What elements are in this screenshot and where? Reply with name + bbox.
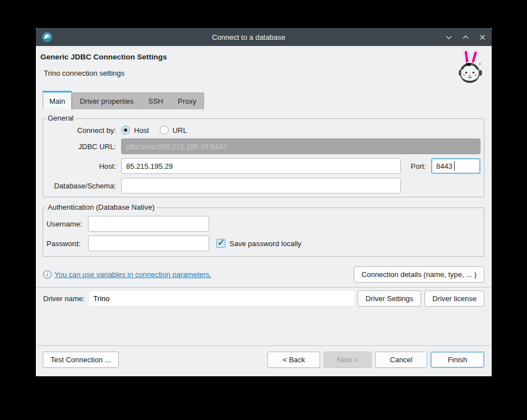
wizard-header: Generic JDBC Connection Settings Trino c…	[36, 46, 492, 91]
host-field[interactable]	[121, 158, 401, 174]
checkmark-icon: ✓	[218, 237, 225, 248]
driver-name-field	[89, 291, 354, 306]
general-group: General Connect by: Host URL JDBC URL: H…	[43, 118, 484, 197]
password-field[interactable]	[88, 236, 209, 251]
authentication-group-legend: Authentication (Database Native)	[45, 203, 157, 211]
password-row: Password: ✓ Save password locally	[47, 236, 480, 251]
radio-url[interactable]	[160, 126, 169, 135]
connect-by-radios: Host URL	[121, 126, 480, 135]
jdbc-url-field	[121, 139, 480, 154]
connect-database-dialog: Connect to a database Generic JDBC Conne…	[36, 28, 492, 376]
connect-by-row: Connect by: Host URL	[47, 126, 480, 135]
host-label: Host:	[47, 162, 116, 170]
driver-name-label: Driver name:	[43, 294, 85, 303]
finish-button[interactable]: Finish	[431, 352, 484, 368]
trino-bunny-logo-icon	[454, 48, 487, 87]
jdbc-url-row: JDBC URL:	[47, 139, 480, 154]
save-password-checkbox[interactable]: ✓	[216, 239, 225, 248]
driver-settings-button[interactable]: Driver Settings	[358, 290, 421, 307]
port-label: Port:	[406, 162, 426, 170]
connection-details-button[interactable]: Connection details (name, type, ... )	[354, 266, 484, 283]
port-field[interactable]	[431, 158, 480, 174]
next-button: Next >	[323, 352, 372, 368]
tab-driver-properties[interactable]: Driver properties	[72, 93, 141, 109]
port-field-wrap	[431, 158, 480, 174]
info-icon: i	[43, 270, 52, 279]
window-controls	[445, 33, 486, 41]
wizard-buttons: < Back Next > Cancel Finish	[267, 352, 484, 368]
hint-row: i You can use variables in connection pa…	[43, 266, 484, 283]
titlebar: Connect to a database	[36, 28, 492, 46]
minimize-icon[interactable]	[445, 33, 452, 41]
tab-group: Driver properties SSH Proxy	[72, 93, 204, 109]
maximize-icon[interactable]	[461, 33, 469, 41]
radio-url-label: URL	[173, 126, 187, 135]
username-row: Username:	[47, 216, 480, 232]
footer-button-bar: Test Connection ... < Back Next > Cancel…	[43, 352, 484, 368]
database-label: Database/Schema:	[47, 182, 116, 190]
jdbc-url-label: JDBC URL:	[47, 142, 116, 151]
test-connection-button[interactable]: Test Connection ...	[43, 352, 119, 368]
close-icon[interactable]	[478, 33, 486, 41]
radio-host[interactable]	[121, 126, 130, 135]
variables-link[interactable]: You can use variables in connection para…	[54, 270, 211, 279]
tab-main[interactable]: Main	[43, 91, 72, 109]
spacer	[36, 307, 492, 345]
driver-license-button[interactable]: Driver license	[424, 290, 484, 307]
password-label: Password:	[47, 239, 88, 248]
tabbar: Main Driver properties SSH Proxy	[43, 91, 492, 109]
footer-separator	[36, 345, 491, 346]
host-port-row: Host: Port:	[47, 158, 480, 174]
tab-main-label: Main	[49, 97, 65, 105]
tab-ssh[interactable]: SSH	[141, 93, 170, 109]
authentication-group: Authentication (Database Native) Usernam…	[43, 207, 484, 257]
radio-host-label: Host	[134, 126, 149, 135]
separator	[36, 287, 491, 288]
database-row: Database/Schema:	[47, 178, 480, 193]
database-field[interactable]	[121, 178, 401, 193]
cancel-button[interactable]: Cancel	[375, 352, 427, 368]
back-button[interactable]: < Back	[267, 352, 320, 368]
text-caret	[454, 161, 455, 170]
driver-row: Driver name: Driver Settings Driver lice…	[43, 290, 484, 307]
general-group-legend: General	[45, 114, 76, 122]
page-title: Generic JDBC Connection Settings	[40, 53, 167, 61]
tab-proxy[interactable]: Proxy	[170, 93, 204, 109]
username-label: Username:	[47, 220, 88, 228]
page-subtitle: Trino connection settings	[44, 69, 124, 77]
dbeaver-app-icon	[41, 31, 53, 43]
save-password-label: Save password locally	[229, 239, 302, 248]
username-field[interactable]	[88, 216, 209, 232]
window-title: Connect to a database	[53, 33, 445, 41]
connect-by-label: Connect by:	[47, 126, 116, 135]
